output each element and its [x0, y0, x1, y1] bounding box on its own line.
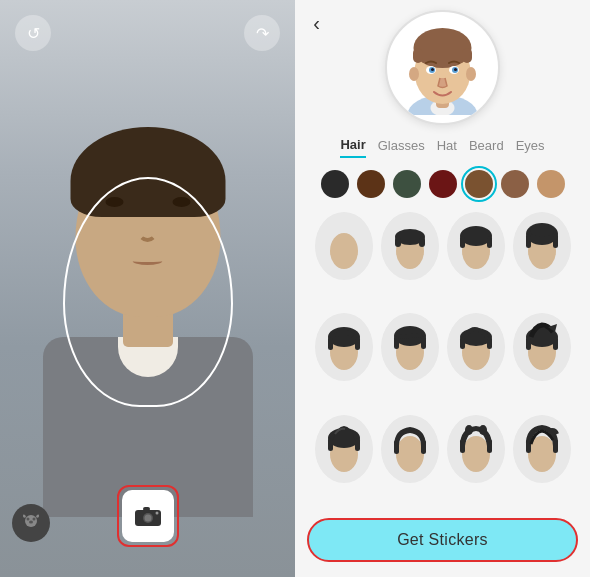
svg-rect-44 [394, 336, 399, 349]
svg-rect-40 [328, 337, 333, 350]
avatar-svg [395, 20, 490, 115]
refresh-icon: ↺ [27, 24, 40, 43]
svg-rect-68 [553, 439, 558, 453]
refresh-button[interactable]: ↺ [15, 15, 51, 51]
svg-rect-52 [526, 337, 531, 350]
tab-glasses[interactable]: Glasses [378, 137, 425, 158]
hair-style-5[interactable] [381, 313, 439, 381]
svg-point-22 [431, 68, 434, 71]
svg-point-65 [479, 425, 487, 435]
svg-rect-35 [526, 234, 531, 248]
history-icon: ↷ [256, 24, 269, 43]
color-swatch-dark-green[interactable] [393, 170, 421, 198]
color-swatch-black[interactable] [321, 170, 349, 198]
svg-point-23 [454, 68, 457, 71]
svg-point-24 [330, 233, 358, 269]
hair-style-2[interactable] [447, 212, 505, 280]
color-swatch-medium-brown[interactable] [465, 170, 493, 198]
svg-rect-53 [553, 337, 558, 350]
svg-rect-36 [553, 234, 558, 248]
hair-style-4[interactable] [315, 313, 373, 381]
svg-rect-48 [460, 337, 465, 349]
svg-rect-67 [526, 439, 531, 453]
get-stickers-button[interactable]: Get Stickers [307, 518, 578, 562]
hair-style-10[interactable] [447, 415, 505, 483]
svg-rect-49 [487, 337, 492, 349]
svg-rect-32 [487, 236, 492, 248]
svg-point-13 [409, 67, 419, 81]
svg-point-2 [33, 518, 36, 521]
svg-rect-28 [419, 237, 425, 247]
pet-icon[interactable] [12, 504, 50, 542]
avatar-preview [385, 10, 500, 125]
back-button[interactable]: ‹ [313, 12, 320, 35]
svg-point-58 [396, 436, 424, 472]
svg-point-61 [462, 436, 490, 472]
color-swatch-dark-brown[interactable] [357, 170, 385, 198]
tabs-container: Hair Glasses Hat Beard Eyes [330, 137, 554, 158]
hair-style-6[interactable] [447, 313, 505, 381]
color-swatch-brown[interactable] [501, 170, 529, 198]
svg-rect-62 [460, 439, 465, 453]
color-swatches [309, 170, 577, 198]
svg-rect-59 [394, 440, 399, 454]
svg-point-3 [29, 521, 33, 524]
svg-rect-56 [328, 438, 333, 451]
hair-style-9[interactable] [381, 415, 439, 483]
svg-rect-7 [143, 507, 150, 511]
camera-panel: ↺ ↷ [0, 0, 295, 577]
svg-point-6 [144, 515, 151, 522]
tab-beard[interactable]: Beard [469, 137, 504, 158]
svg-point-14 [466, 67, 476, 81]
hair-style-1[interactable] [381, 212, 439, 280]
right-panel: ‹ [295, 0, 590, 577]
camera-button-container [117, 485, 179, 547]
svg-point-15 [414, 28, 472, 68]
hair-style-8[interactable] [315, 415, 373, 483]
svg-rect-57 [355, 438, 360, 451]
svg-rect-60 [421, 440, 426, 454]
tab-hair[interactable]: Hair [340, 137, 365, 158]
get-stickers-container: Get Stickers [295, 508, 590, 577]
tab-hat[interactable]: Hat [437, 137, 457, 158]
tab-eyes[interactable]: Eyes [516, 137, 545, 158]
hair-style-3[interactable] [513, 212, 571, 280]
camera-icon [134, 502, 162, 530]
hair-style-grid [303, 212, 583, 508]
hair-style-7[interactable] [513, 313, 571, 381]
svg-point-64 [465, 425, 473, 435]
svg-point-8 [155, 512, 158, 515]
history-button[interactable]: ↷ [244, 15, 280, 51]
svg-rect-27 [395, 237, 401, 247]
svg-point-37 [530, 225, 554, 237]
svg-rect-16 [413, 48, 423, 63]
svg-rect-63 [487, 439, 492, 453]
svg-rect-17 [462, 48, 472, 63]
svg-point-1 [27, 518, 30, 521]
svg-rect-41 [355, 337, 360, 350]
hair-style-11[interactable] [513, 415, 571, 483]
pet-icon-svg [19, 511, 43, 535]
capture-button[interactable] [122, 490, 174, 542]
svg-rect-45 [421, 336, 426, 349]
svg-rect-31 [460, 236, 465, 248]
color-swatch-dark-red[interactable] [429, 170, 457, 198]
color-swatch-light-brown[interactable] [537, 170, 565, 198]
hair-style-none[interactable] [315, 212, 373, 280]
top-controls: ↺ ↷ [0, 15, 295, 51]
